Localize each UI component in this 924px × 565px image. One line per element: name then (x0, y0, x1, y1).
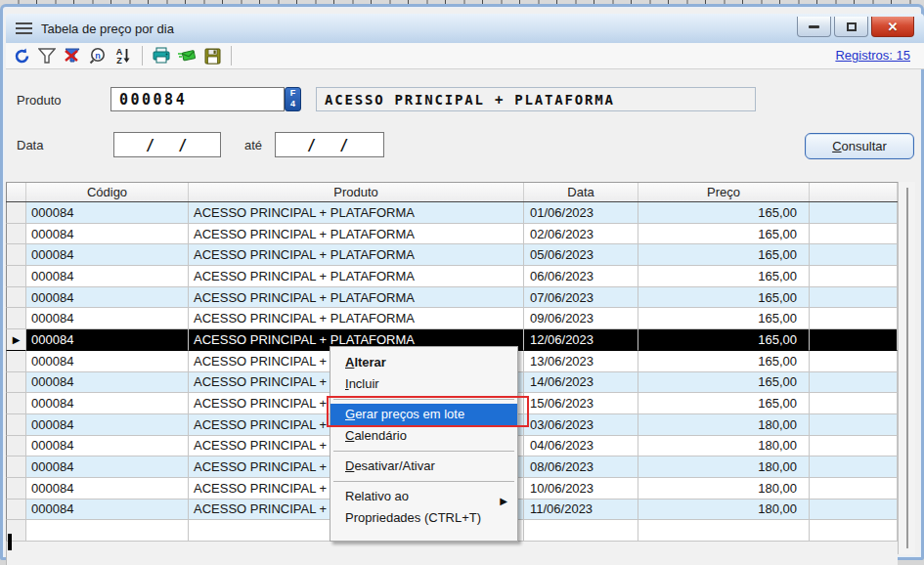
produto-code-input[interactable]: 000084 (110, 87, 285, 111)
table-row[interactable]: 000084 ACESSO PRINCIPAL + PLATAFORMA 09/… (6, 308, 898, 329)
cell-data[interactable]: 06/06/2023 (524, 266, 638, 287)
menu-item-desativar-ativar[interactable]: Desativar/Ativar (330, 456, 517, 477)
toolbar-separator (142, 46, 143, 65)
menu-item-propriedades-ctrl-t[interactable]: Propriedades (CTRL+T) (330, 507, 517, 529)
cell-data[interactable]: 09/06/2023 (524, 308, 638, 329)
cell-codigo[interactable]: 000084 (26, 244, 189, 266)
menu-item-alterar[interactable]: Alterar (330, 352, 517, 373)
table-row[interactable]: 000084 ACESSO PRINCIPAL + PLATAFORMA 05/… (6, 244, 898, 266)
cell-produto[interactable]: ACESSO PRINCIPAL + PLATAFORMA (189, 266, 524, 287)
cell-codigo[interactable]: 000084 (26, 202, 189, 224)
window-menu-icon[interactable] (16, 22, 32, 34)
cell-produto[interactable]: ACESSO PRINCIPAL + PLATAFORMA (189, 202, 524, 224)
cell-preco[interactable]: 165,00 (638, 287, 810, 309)
menu-item-incluir[interactable]: Incluir (330, 373, 517, 395)
vertical-scrollbar[interactable] (898, 182, 915, 554)
cell-preco[interactable]: 165,00 (638, 202, 810, 224)
zoom-records-icon[interactable]: n (88, 46, 108, 65)
sort-az-icon[interactable]: AZ (113, 46, 133, 65)
titlebar[interactable]: Tabela de preço por dia ✕ (6, 14, 924, 43)
cell-preco[interactable]: 165,00 (638, 329, 810, 351)
cell-data[interactable]: 03/06/2023 (524, 414, 638, 436)
cell-codigo[interactable]: 000084 (26, 436, 189, 457)
cell-codigo[interactable]: 000084 (26, 414, 189, 436)
row-indicator (6, 224, 26, 245)
header-preco[interactable]: Preço (638, 183, 810, 201)
header-codigo[interactable]: Código (26, 183, 189, 201)
cell-preco[interactable]: 180,00 (638, 456, 810, 478)
cell-codigo[interactable]: 000084 (26, 308, 189, 329)
cell-codigo[interactable]: 000084 (26, 224, 189, 245)
refresh-icon[interactable] (12, 46, 31, 65)
data-fim-input[interactable]: / / (275, 132, 384, 157)
cell-codigo[interactable]: 000084 (26, 372, 189, 394)
header-data[interactable]: Data (524, 183, 638, 201)
cell-produto[interactable]: ACESSO PRINCIPAL + PLATAFORMA (189, 224, 524, 245)
cell-preco[interactable]: 180,00 (638, 478, 810, 500)
menu-separator (333, 451, 514, 452)
row-indicator: ▶ (6, 329, 26, 351)
cell-data[interactable]: 04/06/2023 (524, 436, 638, 457)
cell-preco[interactable]: 180,00 (638, 500, 810, 521)
cell-data[interactable]: 02/06/2023 (524, 224, 638, 245)
cell-codigo[interactable]: 000084 (26, 287, 189, 309)
send-icon[interactable] (177, 46, 197, 65)
cell-data[interactable]: 01/06/2023 (524, 202, 638, 224)
minimize-button[interactable] (797, 17, 831, 37)
menu-item-gerar-pre-os-em-lote[interactable]: Gerar preços em lote (330, 404, 517, 425)
cell-codigo[interactable]: 000084 (26, 456, 189, 478)
cell-codigo[interactable]: 000084 (26, 351, 189, 372)
table-row[interactable]: 000084 ACESSO PRINCIPAL + PLATAFORMA 02/… (6, 224, 898, 245)
table-row[interactable]: 000084 ACESSO PRINCIPAL + PLATAFORMA 07/… (6, 287, 898, 309)
cell-preco[interactable]: 165,00 (638, 266, 810, 287)
cell-data[interactable]: 13/06/2023 (524, 351, 638, 372)
maximize-button[interactable] (834, 17, 868, 37)
svg-text:Z: Z (116, 56, 122, 65)
f4-lookup-button[interactable]: F 4 (285, 87, 301, 111)
cell-preco[interactable]: 165,00 (638, 372, 810, 394)
filter-icon[interactable] (37, 46, 57, 65)
produto-label: Produto (17, 93, 62, 108)
save-icon[interactable] (202, 46, 222, 65)
cell-preco[interactable]: 165,00 (638, 224, 810, 245)
cell-codigo[interactable]: 000084 (26, 329, 189, 351)
cell-extra (810, 351, 898, 372)
cell-codigo[interactable]: 000084 (26, 393, 189, 414)
cell-data[interactable]: 15/06/2023 (524, 393, 638, 414)
close-button[interactable]: ✕ (871, 17, 914, 37)
cell-data[interactable]: 08/06/2023 (524, 456, 638, 478)
cell-extra (810, 436, 898, 457)
cell-codigo[interactable]: 000084 (26, 478, 189, 500)
header-produto[interactable]: Produto (189, 183, 524, 201)
print-icon[interactable] (152, 46, 171, 65)
registros-link[interactable]: Registros: 15 (835, 48, 910, 63)
cell-produto[interactable]: ACESSO PRINCIPAL + PLATAFORMA (189, 287, 524, 309)
table-row[interactable]: 000084 ACESSO PRINCIPAL + PLATAFORMA 06/… (6, 266, 898, 287)
cell-produto[interactable]: ACESSO PRINCIPAL + PLATAFORMA (189, 244, 524, 266)
cell-produto[interactable]: ACESSO PRINCIPAL + PLATAFORMA (189, 308, 524, 329)
minimize-icon (809, 25, 819, 28)
table-row[interactable]: 000084 ACESSO PRINCIPAL + PLATAFORMA 01/… (6, 202, 898, 224)
cell-preco[interactable]: 165,00 (638, 244, 810, 266)
cell-data[interactable]: 10/06/2023 (524, 478, 638, 500)
menu-item-calend-rio[interactable]: Calendário (330, 425, 517, 447)
cell-preco[interactable]: 165,00 (638, 308, 810, 329)
cell-preco[interactable]: 165,00 (638, 351, 810, 372)
cell-preco[interactable]: 180,00 (638, 414, 810, 436)
cell-data[interactable]: 07/06/2023 (524, 287, 638, 309)
cell-preco[interactable]: 165,00 (638, 393, 810, 414)
cell-data[interactable]: 11/06/2023 (524, 500, 638, 521)
cell-data[interactable]: 05/06/2023 (524, 244, 638, 266)
cell-codigo[interactable]: 000084 (26, 266, 189, 287)
clear-filter-icon[interactable] (63, 46, 82, 65)
data-inicio-input[interactable]: / / (113, 132, 221, 157)
menu-item-relativo-ao[interactable]: Relativo ao▶ (330, 486, 517, 507)
cell-data[interactable]: 14/06/2023 (524, 372, 638, 394)
header-indicator (6, 183, 26, 201)
grid-empty-area (6, 542, 898, 565)
produto-name-field: ACESSO PRINCIPAL + PLATAFORMA (316, 87, 756, 111)
cell-codigo[interactable]: 000084 (26, 500, 189, 521)
cell-data[interactable]: 12/06/2023 (524, 329, 638, 351)
consultar-button[interactable]: Consultar (805, 133, 914, 159)
cell-preco[interactable]: 180,00 (638, 436, 810, 457)
